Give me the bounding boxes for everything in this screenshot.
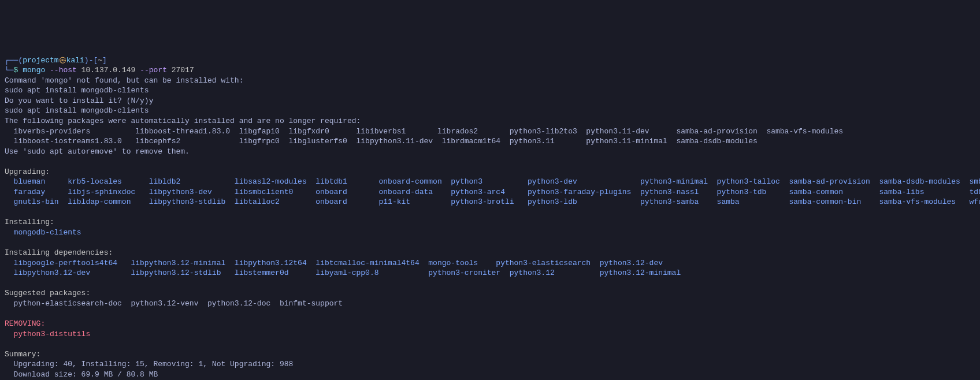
install-cmd: sudo apt install mongodb-clients xyxy=(5,106,149,115)
summary-row2: Download size: 69.9 MB / 80.8 MB xyxy=(5,370,158,379)
prompt-user: projectm xyxy=(23,56,58,65)
removing-header: REMOVING: xyxy=(5,319,45,328)
deps-row1: libgoogle-perftools4t64 libpython3.12-mi… xyxy=(5,259,663,267)
upgrading-header: Upgrading: xyxy=(5,167,50,176)
summary-header: Summary: xyxy=(5,350,40,359)
installing-row1: mongodb-clients xyxy=(5,228,81,237)
flag-host: --host xyxy=(50,66,77,74)
autoremove-row1: ibverbs-providers libboost-thread1.83.0 … xyxy=(5,127,843,136)
port-value: 27017 xyxy=(172,66,194,74)
terminal-output[interactable]: ┌──(projectm㉿kali)-[~] └─$ mongo --host … xyxy=(5,45,975,380)
deps-header: Installing dependencies: xyxy=(5,248,113,257)
install-hint: sudo apt install mongodb-clients xyxy=(5,86,149,95)
prompt-path: ~ xyxy=(98,56,102,65)
upgrading-row3: gnutls-bin libldap-common libpython3-std… xyxy=(5,198,980,206)
prompt-at: ㉿ xyxy=(59,56,66,65)
installing-header: Installing: xyxy=(5,218,54,226)
prompt-line2: └─ xyxy=(5,66,14,74)
prompt-open: ┌──( xyxy=(5,56,23,65)
flag-port: --port xyxy=(140,66,167,74)
autoremove-hint: Use 'sudo apt autoremove' to remove them… xyxy=(5,147,190,156)
command-name: mongo xyxy=(23,66,45,74)
prompt-close: )-[ xyxy=(84,56,98,65)
removing-row1: python3-distutils xyxy=(5,330,90,338)
prompt-host: kali xyxy=(66,56,84,65)
upgrading-row2: faraday libjs-sphinxdoc libpython3-dev l… xyxy=(5,188,980,196)
autoremove-row2: libboost-iostreams1.83.0 libcephfs2 libg… xyxy=(5,137,758,146)
confirm-question: Do you want to install it? (N/y)y xyxy=(5,96,153,105)
suggested-row1: python-elasticsearch-doc python3.12-venv… xyxy=(5,299,343,308)
prompt-close2: ] xyxy=(102,56,107,65)
prompt-dollar: $ xyxy=(14,66,18,74)
upgrading-row1: blueman krb5-locales libldb2 libsasl2-mo… xyxy=(5,177,980,186)
deps-row2: libpython3.12-dev libpython3.12-stdlib l… xyxy=(5,269,681,277)
not-found-line: Command 'mongo' not found, but can be in… xyxy=(5,76,243,85)
host-value: 10.137.0.149 xyxy=(81,66,136,74)
autoremove-header: The following packages were automaticall… xyxy=(5,117,361,125)
suggested-header: Suggested packages: xyxy=(5,289,90,297)
summary-row1: Upgrading: 40, Installing: 15, Removing:… xyxy=(5,360,293,368)
